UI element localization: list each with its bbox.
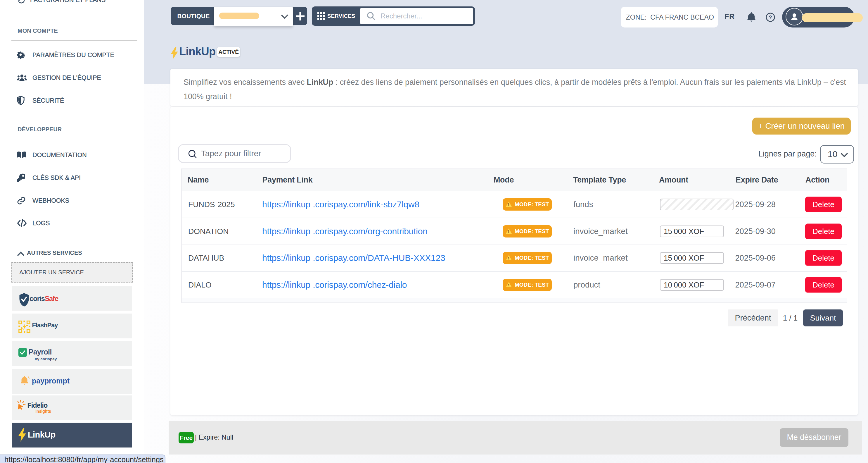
svg-text:?: ?	[769, 14, 772, 21]
